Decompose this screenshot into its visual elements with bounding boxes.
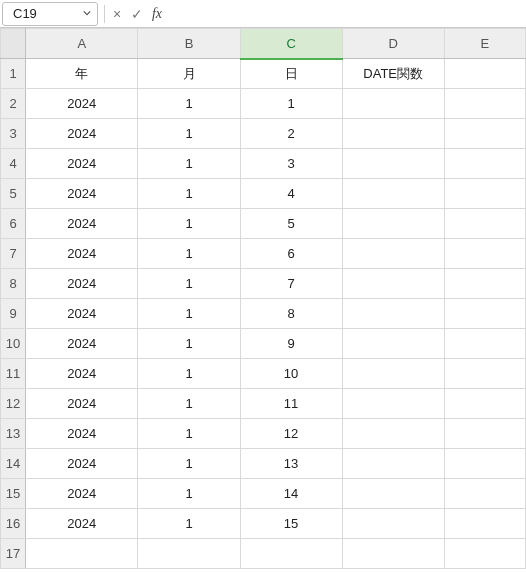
cell[interactable]: 2024 xyxy=(26,479,138,509)
chevron-down-icon[interactable] xyxy=(83,8,91,19)
cell[interactable] xyxy=(342,539,444,569)
select-all-corner[interactable] xyxy=(1,29,26,59)
cell[interactable]: 1 xyxy=(240,89,342,119)
cell[interactable]: 月 xyxy=(138,59,240,89)
cell[interactable] xyxy=(444,389,525,419)
cell[interactable]: 1 xyxy=(138,419,240,449)
cell[interactable]: 1 xyxy=(138,479,240,509)
cell[interactable]: 日 xyxy=(240,59,342,89)
cell[interactable]: 6 xyxy=(240,239,342,269)
cell[interactable] xyxy=(342,479,444,509)
cell[interactable] xyxy=(342,149,444,179)
row-header[interactable]: 5 xyxy=(1,179,26,209)
cell[interactable] xyxy=(342,359,444,389)
row-header[interactable]: 11 xyxy=(1,359,26,389)
cell[interactable]: 年 xyxy=(26,59,138,89)
cell[interactable]: 10 xyxy=(240,359,342,389)
cell[interactable]: 1 xyxy=(138,269,240,299)
column-header-C[interactable]: C xyxy=(240,29,342,59)
cell[interactable]: 2024 xyxy=(26,239,138,269)
cell[interactable]: DATE関数 xyxy=(342,59,444,89)
cell[interactable] xyxy=(444,449,525,479)
cell[interactable] xyxy=(444,209,525,239)
cell[interactable]: 2024 xyxy=(26,269,138,299)
row-header[interactable]: 4 xyxy=(1,149,26,179)
row-header[interactable]: 7 xyxy=(1,239,26,269)
cell[interactable] xyxy=(444,239,525,269)
cell[interactable] xyxy=(444,479,525,509)
cell[interactable] xyxy=(342,239,444,269)
column-header-A[interactable]: A xyxy=(26,29,138,59)
cell[interactable]: 2024 xyxy=(26,119,138,149)
cell[interactable] xyxy=(444,119,525,149)
cell[interactable] xyxy=(138,539,240,569)
row-header[interactable]: 10 xyxy=(1,329,26,359)
cell[interactable]: 1 xyxy=(138,449,240,479)
cell[interactable]: 13 xyxy=(240,449,342,479)
cell[interactable] xyxy=(342,269,444,299)
cancel-icon[interactable]: × xyxy=(107,5,127,23)
row-header[interactable]: 8 xyxy=(1,269,26,299)
column-header-E[interactable]: E xyxy=(444,29,525,59)
cell[interactable]: 11 xyxy=(240,389,342,419)
cell[interactable]: 14 xyxy=(240,479,342,509)
row-header[interactable]: 16 xyxy=(1,509,26,539)
cell[interactable] xyxy=(26,539,138,569)
cell[interactable] xyxy=(444,329,525,359)
cell[interactable]: 2024 xyxy=(26,89,138,119)
name-box[interactable]: C19 xyxy=(2,2,98,26)
cell[interactable] xyxy=(240,539,342,569)
cell[interactable]: 2024 xyxy=(26,149,138,179)
cell[interactable]: 1 xyxy=(138,209,240,239)
cell[interactable] xyxy=(444,299,525,329)
cell[interactable] xyxy=(342,209,444,239)
cell[interactable]: 2024 xyxy=(26,209,138,239)
row-header[interactable]: 6 xyxy=(1,209,26,239)
cell[interactable] xyxy=(444,179,525,209)
cell[interactable] xyxy=(444,89,525,119)
cell[interactable]: 9 xyxy=(240,329,342,359)
cell[interactable]: 2 xyxy=(240,119,342,149)
cell[interactable]: 2024 xyxy=(26,449,138,479)
cell[interactable] xyxy=(342,299,444,329)
row-header[interactable]: 14 xyxy=(1,449,26,479)
cell[interactable]: 5 xyxy=(240,209,342,239)
cell[interactable] xyxy=(444,509,525,539)
cell[interactable] xyxy=(444,149,525,179)
cell[interactable]: 2024 xyxy=(26,419,138,449)
cell[interactable] xyxy=(342,509,444,539)
cell[interactable] xyxy=(444,59,525,89)
row-header[interactable]: 2 xyxy=(1,89,26,119)
row-header[interactable]: 12 xyxy=(1,389,26,419)
cell[interactable]: 4 xyxy=(240,179,342,209)
cell[interactable] xyxy=(444,359,525,389)
cell[interactable]: 1 xyxy=(138,359,240,389)
cell[interactable]: 1 xyxy=(138,119,240,149)
row-header[interactable]: 9 xyxy=(1,299,26,329)
cell[interactable]: 2024 xyxy=(26,509,138,539)
cell[interactable] xyxy=(444,269,525,299)
cell[interactable]: 2024 xyxy=(26,179,138,209)
cell[interactable]: 1 xyxy=(138,329,240,359)
cell[interactable] xyxy=(444,539,525,569)
cell[interactable]: 2024 xyxy=(26,359,138,389)
cell[interactable]: 1 xyxy=(138,149,240,179)
cell[interactable]: 1 xyxy=(138,239,240,269)
formula-input[interactable] xyxy=(167,3,526,25)
cell[interactable]: 1 xyxy=(138,389,240,419)
cell[interactable]: 3 xyxy=(240,149,342,179)
cell[interactable]: 7 xyxy=(240,269,342,299)
cell[interactable] xyxy=(342,329,444,359)
cell[interactable] xyxy=(342,179,444,209)
cell[interactable]: 2024 xyxy=(26,299,138,329)
cell[interactable] xyxy=(342,89,444,119)
row-header[interactable]: 1 xyxy=(1,59,26,89)
row-header[interactable]: 3 xyxy=(1,119,26,149)
cell[interactable] xyxy=(342,449,444,479)
cell[interactable] xyxy=(342,119,444,149)
cell[interactable]: 12 xyxy=(240,419,342,449)
cell[interactable]: 1 xyxy=(138,509,240,539)
confirm-icon[interactable]: ✓ xyxy=(127,5,147,23)
cell[interactable]: 1 xyxy=(138,179,240,209)
row-header[interactable]: 15 xyxy=(1,479,26,509)
